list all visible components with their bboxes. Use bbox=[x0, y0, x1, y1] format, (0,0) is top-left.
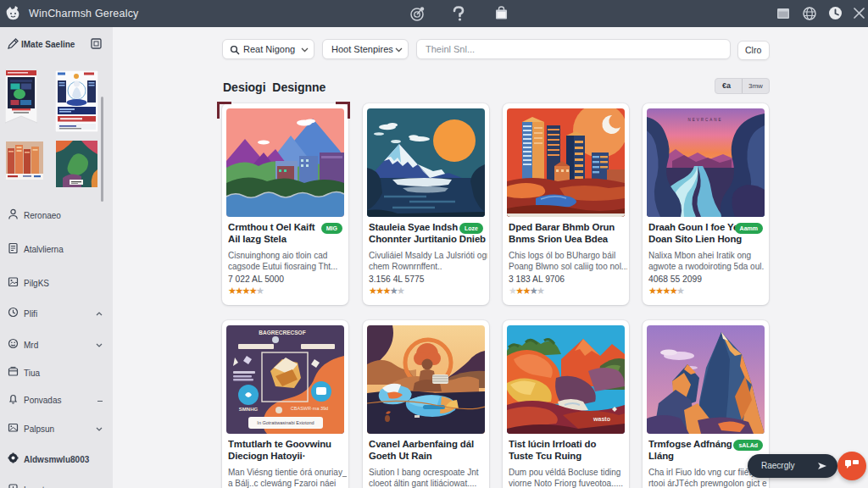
svg-text:wasto: wasto bbox=[593, 416, 610, 422]
svg-text:CBASWR·ma 39d: CBASWR·ma 39d bbox=[291, 406, 328, 411]
svg-text:SMNHG: SMNHG bbox=[239, 407, 259, 412]
svg-text:NEVRCANE: NEVRCANE bbox=[687, 118, 722, 122]
svg-text:In Gotrattwasinabi Exiotond: In Gotrattwasinabi Exiotond bbox=[257, 420, 314, 425]
svg-text:BAGRECRECSOF: BAGRECRECSOF bbox=[259, 330, 305, 336]
